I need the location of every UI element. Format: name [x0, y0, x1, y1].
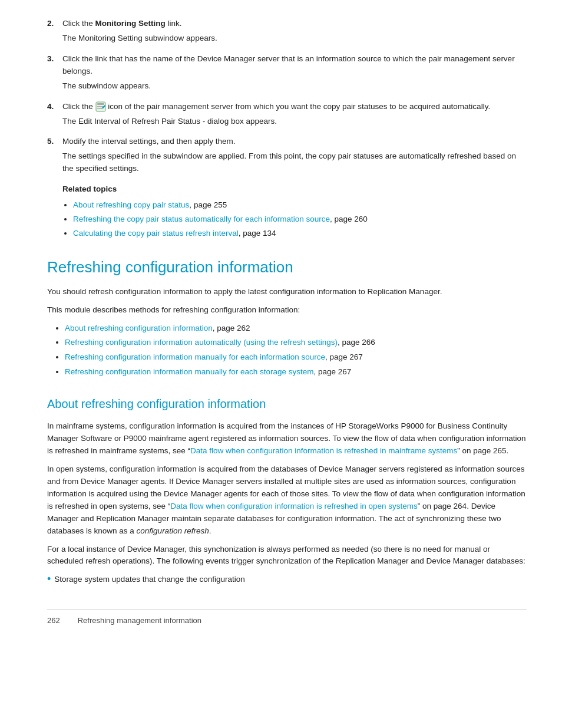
step-number-4: 4. [47, 101, 62, 113]
section-bullet-link-1[interactable]: About refreshing configuration informati… [65, 324, 213, 332]
monitoring-setting-bold: Monitoring Setting [95, 19, 166, 28]
section-bullet-page-4: page 267 [318, 367, 351, 376]
section-bullet-link-4[interactable]: Refreshing configuration information man… [65, 367, 313, 376]
related-topics-title: Related topics [62, 183, 527, 196]
section-bullet-page-1: page 262 [217, 324, 250, 332]
subsection-para1: In mainframe systems, configuration info… [47, 420, 527, 457]
section-intro-1: You should refresh configuration informa… [47, 286, 527, 298]
related-topics-section: Related topics About refreshing copy pai… [62, 183, 527, 240]
step-content-5: Modify the interval settings, and then a… [62, 136, 527, 175]
step-number-2: 2. [47, 18, 62, 30]
subsection-para2-link[interactable]: Data flow when configuration information… [170, 502, 417, 510]
related-topic-item-2: Refreshing the copy pair status automati… [73, 213, 527, 226]
subsection-para3: For a local instance of Device Manager, … [47, 543, 527, 568]
section-bullet-page-2: page 266 [342, 338, 375, 347]
subsection-bullet-text-1: Storage system updates that change the c… [54, 574, 244, 586]
section-intro-2: This module describes methods for refres… [47, 304, 527, 317]
step-instruction-4: Click the icon of the pair management se… [62, 101, 527, 113]
section-bullet-4: Refreshing configuration information man… [65, 366, 527, 378]
related-topic-page-2: page 260 [334, 215, 367, 223]
step-instruction-5: Modify the interval settings, and then a… [62, 136, 527, 148]
related-topic-page-1: page 255 [194, 200, 227, 209]
step-sub-2: The Monitoring Setting subwindow appears… [62, 32, 527, 45]
section-bullet-2: Refreshing configuration information aut… [65, 337, 527, 349]
section-bullets: About refreshing configuration informati… [65, 322, 527, 379]
related-topic-page-3: page 134 [243, 229, 276, 238]
step-5: 5. Modify the interval settings, and the… [47, 136, 527, 175]
step-sub-4: The Edit Interval of Refresh Pair Status… [62, 116, 527, 128]
subsection-para1-link[interactable]: Data flow when configuration information… [190, 446, 457, 455]
section-bullet-link-2[interactable]: Refreshing configuration information aut… [65, 338, 338, 347]
related-topic-item-1: About refreshing copy pair status, page … [73, 199, 527, 212]
subsection-bullet-1: • Storage system updates that change the… [47, 574, 527, 586]
svg-rect-1 [97, 103, 104, 105]
subsection-para2-end: . [209, 526, 211, 535]
step-content-3: Click the link that has the name of the … [62, 53, 527, 93]
step-4: 4. Click the icon of the pair management… [47, 101, 527, 128]
related-topic-link-1[interactable]: About refreshing copy pair status [73, 200, 189, 209]
step-instruction-3: Click the link that has the name of the … [62, 53, 527, 78]
footer-page-num: 262 [47, 615, 60, 627]
step-number-5: 5. [47, 136, 62, 148]
step-3: 3. Click the link that has the name of t… [47, 53, 527, 93]
section-title: Refreshing configuration information [47, 258, 527, 278]
step-sub-3: The subwindow appears. [62, 80, 527, 93]
related-topic-item-3: Calculating the copy pair status refresh… [73, 228, 527, 240]
step-content-4: Click the icon of the pair management se… [62, 101, 527, 128]
step-content-2: Click the Monitoring Setting link. The M… [62, 18, 527, 45]
bullet-dot-1: • [47, 574, 51, 586]
related-topic-link-2[interactable]: Refreshing the copy pair status automati… [73, 215, 330, 223]
related-topics-list: About refreshing copy pair status, page … [73, 199, 527, 240]
section-bullet-page-3: page 267 [330, 353, 363, 361]
footer-section-name: Refreshing management information [78, 615, 201, 627]
svg-rect-3 [97, 108, 102, 109]
subsection-para1-suffix: ” on page 265. [457, 446, 508, 455]
section-bullet-link-3[interactable]: Refreshing configuration information man… [65, 353, 325, 361]
section-bullet-3: Refreshing configuration information man… [65, 351, 527, 364]
subsection-para2-italic: configuration refresh [137, 526, 209, 535]
step-number-3: 3. [47, 53, 62, 65]
edit-icon [95, 102, 108, 111]
subsection-para2: In open systems, configuration informati… [47, 463, 527, 538]
page-footer: 262 Refreshing management information [47, 610, 527, 627]
subsection-title: About refreshing configuration informati… [47, 395, 527, 413]
step-sub-5: The settings specified in the subwindow … [62, 150, 527, 175]
step-instruction-2: Click the Monitoring Setting link. [62, 18, 527, 30]
related-topic-link-3[interactable]: Calculating the copy pair status refresh… [73, 229, 239, 238]
step-2: 2. Click the Monitoring Setting link. Th… [47, 18, 527, 45]
section-bullet-1: About refreshing configuration informati… [65, 322, 527, 335]
